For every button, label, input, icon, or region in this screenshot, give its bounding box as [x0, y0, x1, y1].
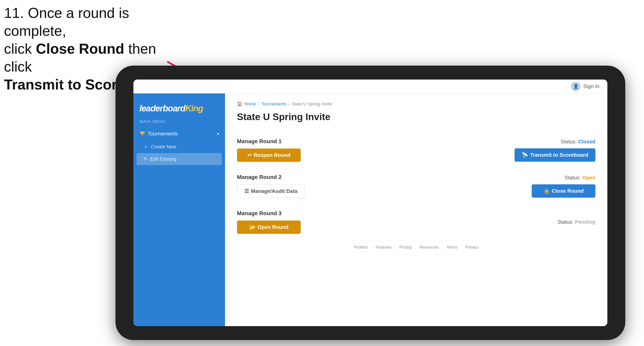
open-icon: 📂	[249, 224, 256, 230]
manage-audit-data-button[interactable]: ☰ Manage/Audit Data	[237, 184, 305, 198]
chevron-down-icon: ▾	[217, 132, 219, 136]
sign-in-area[interactable]: 👤 Sign In	[571, 82, 600, 91]
manage-audit-label: Manage/Audit Data	[251, 188, 298, 194]
lock-icon: 🔒	[544, 188, 550, 194]
round-2-right: Status: Open 🔒 Close Round	[532, 174, 596, 198]
round-1-right: Status: Closed 📡 Transmit to Scoreboard	[514, 139, 596, 162]
logo-leaderboard: leaderboard	[140, 103, 185, 113]
sidebar-submenu: ＋ Create New ✎ Edit Existing	[134, 140, 225, 165]
sidebar-tournaments-label: Tournaments	[148, 131, 178, 137]
logo-king: King	[185, 103, 203, 113]
close-round-button[interactable]: 🔒 Close Round	[532, 184, 596, 198]
footer-terms[interactable]: Terms	[446, 245, 457, 250]
round-2-status-value: Open	[582, 174, 596, 180]
sidebar-item-edit-existing[interactable]: ✎ Edit Existing	[136, 153, 222, 165]
instruction-line1: 11. Once a round is complete,	[4, 5, 129, 39]
breadcrumb-icon: 🏠	[237, 101, 242, 107]
breadcrumb-home[interactable]: Home	[244, 101, 256, 107]
footer: Product Features Pricing Resources Terms…	[237, 240, 596, 254]
page-title: State U Spring Invite	[237, 111, 596, 122]
round-3-status-value: Pending	[575, 219, 596, 225]
top-bar: 👤 Sign In	[134, 80, 607, 93]
sign-in-label[interactable]: Sign In	[583, 83, 600, 89]
content-panel: 🏠 Home / Tournaments / State U Spring In…	[225, 93, 607, 326]
round-3-status: Status: Pending	[558, 219, 596, 225]
edit-existing-label: Edit Existing	[150, 156, 176, 162]
main-area: leaderboardKing MAIN MENU 🏆 Tournaments …	[134, 93, 607, 326]
close-round-label: Close Round	[552, 188, 584, 194]
round-3-left: Manage Round 3 📂 Open Round	[237, 210, 301, 234]
trophy-icon: 🏆	[140, 131, 145, 137]
round-1-section: Manage Round 1 ↩ Reopen Round Status: Cl…	[237, 132, 596, 168]
transmit-scoreboard-label: Transmit to Scoreboard	[530, 152, 588, 158]
instruction-bold1: Close Round	[36, 41, 124, 57]
round-3-section: Manage Round 3 📂 Open Round Status: Pend…	[237, 204, 596, 240]
round-3-right: Status: Pending	[558, 219, 596, 225]
breadcrumb-current: State U Spring Invite	[292, 101, 332, 107]
breadcrumb-sep2: /	[288, 101, 290, 107]
footer-privacy[interactable]: Privacy	[466, 245, 478, 250]
round-1-title: Manage Round 1	[237, 138, 301, 145]
breadcrumb: 🏠 Home / Tournaments / State U Spring In…	[237, 101, 596, 107]
round-2-left: Manage Round 2 ☰ Manage/Audit Data	[237, 174, 305, 198]
instruction-line2: click	[4, 41, 36, 57]
open-round-label: Open Round	[258, 224, 288, 230]
round-2-title: Manage Round 2	[237, 174, 305, 180]
sidebar-item-create-new[interactable]: ＋ Create New	[134, 140, 225, 153]
logo-area: leaderboardKing	[134, 99, 225, 119]
transmit-icon: 📡	[522, 152, 528, 158]
round-1-status-value: Closed	[578, 139, 596, 145]
breadcrumb-sep1: /	[258, 101, 259, 107]
footer-pricing[interactable]: Pricing	[400, 245, 412, 250]
footer-features[interactable]: Features	[376, 245, 392, 250]
round-1-status: Status: Closed	[560, 139, 596, 145]
sidebar-item-tournaments[interactable]: 🏆 Tournaments ▾	[134, 127, 225, 140]
footer-product[interactable]: Product	[354, 245, 368, 250]
create-new-label: Create New	[151, 144, 176, 150]
plus-icon: ＋	[144, 144, 148, 150]
round-3-title: Manage Round 3	[237, 210, 301, 216]
reopen-round-button[interactable]: ↩ Reopen Round	[237, 149, 301, 162]
round-2-status: Status: Open	[564, 174, 596, 181]
tablet-device: 👤 Sign In leaderboardKing MAIN MENU 🏆 To…	[116, 66, 625, 340]
round-2-section: Manage Round 2 ☰ Manage/Audit Data Statu…	[237, 168, 596, 204]
audit-icon: ☰	[244, 188, 249, 194]
edit-icon: ✎	[144, 156, 147, 162]
reopen-round-label: Reopen Round	[254, 152, 290, 158]
breadcrumb-tournaments[interactable]: Tournaments	[261, 101, 286, 107]
logo: leaderboardKing	[140, 103, 219, 113]
reopen-icon: ↩	[247, 152, 252, 158]
tablet-screen: 👤 Sign In leaderboardKing MAIN MENU 🏆 To…	[134, 80, 607, 326]
footer-resources[interactable]: Resources	[420, 245, 439, 250]
avatar: 👤	[571, 82, 580, 91]
sidebar: leaderboardKing MAIN MENU 🏆 Tournaments …	[134, 93, 225, 326]
round-1-left: Manage Round 1 ↩ Reopen Round	[237, 138, 301, 162]
transmit-to-scoreboard-button[interactable]: 📡 Transmit to Scoreboard	[514, 148, 596, 162]
main-menu-label: MAIN MENU	[134, 119, 225, 127]
open-round-button[interactable]: 📂 Open Round	[237, 220, 301, 234]
